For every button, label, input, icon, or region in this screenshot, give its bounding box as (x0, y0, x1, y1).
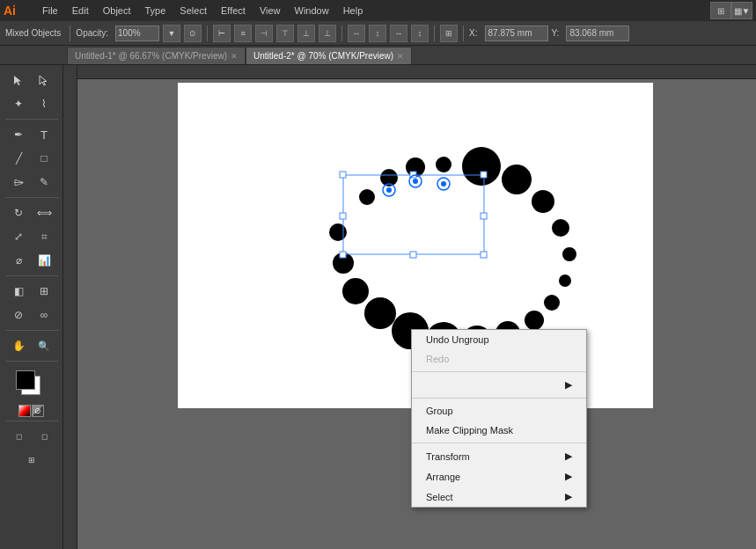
blend-tool[interactable]: ∞ (32, 304, 56, 326)
opacity-options-icon[interactable]: ▼ (163, 25, 180, 42)
scale-tool[interactable]: ⤢ (6, 225, 31, 248)
svg-point-12 (364, 297, 396, 329)
graph-tool[interactable]: 📊 (32, 249, 56, 272)
main-area: ✦ ⌇ ✒ T ╱ □ ⌲ ✎ ↻ ⟺ ⤢ ⌗ ⌀ 📊 ◧ (0, 65, 756, 549)
artboard-tool[interactable]: ⊞ (19, 449, 44, 472)
warp-tool[interactable]: ⌀ (6, 249, 31, 272)
svg-rect-24 (340, 213, 346, 219)
y-input[interactable] (566, 26, 629, 41)
menu-effect[interactable]: Effect (214, 4, 253, 18)
svg-point-30 (386, 187, 392, 193)
screen-mode-icon[interactable]: ◻ (6, 425, 31, 448)
dist-v2-icon[interactable]: ↕ (411, 25, 429, 42)
zoom-tool[interactable]: 🔍 (32, 334, 56, 357)
paintbrush-tool[interactable]: ⌲ (6, 171, 31, 194)
svg-point-1 (502, 165, 532, 194)
menu-help[interactable]: Help (336, 4, 371, 18)
menu-view[interactable]: View (253, 4, 288, 18)
opacity-input[interactable] (115, 26, 159, 41)
align-right-icon[interactable]: ⊣ (255, 25, 273, 42)
ctx-arrange[interactable]: Arrange ▶ (412, 466, 586, 487)
svg-point-6 (544, 295, 560, 311)
arrange-icon[interactable]: ⊞ (710, 2, 731, 19)
type-tool[interactable]: T (32, 123, 56, 146)
tab-untitled2[interactable]: Untitled-2* @ 70% (CMYK/Preview) ✕ (246, 47, 412, 64)
app-logo: Ai (4, 4, 28, 18)
global-style-icon[interactable]: ⊙ (184, 25, 202, 42)
canvas-area[interactable]: Undo Ungroup Redo ▶ Group Make Clipping … (63, 65, 756, 549)
properties-toolbar: Mixed Objects Opacity: ▼ ⊙ ⊢ ≡ ⊣ ⊤ ⊥ ⊥ ↔… (0, 21, 756, 46)
hand-tool[interactable]: ✋ (6, 334, 31, 357)
ctx-transform[interactable]: Transform ▶ (412, 446, 586, 466)
reflect-tool[interactable]: ⟺ (32, 201, 56, 224)
color-boxes (14, 369, 49, 397)
ctx-sep-3 (412, 443, 586, 443)
ctx-select[interactable]: Select ▶ (412, 487, 586, 507)
svg-rect-27 (410, 252, 416, 258)
tab-untitled1[interactable]: Untitled-1* @ 66.67% (CMYK/Preview) ✕ (67, 47, 246, 64)
eyedropper-tool[interactable]: ⊘ (6, 304, 31, 326)
shear-tool[interactable]: ⌗ (32, 225, 56, 248)
ctx-undo-ungroup[interactable]: Undo Ungroup (412, 330, 586, 349)
pen-tool[interactable]: ✒ (6, 123, 31, 146)
align-center-h-icon[interactable]: ≡ (234, 25, 252, 42)
align-left-icon[interactable]: ⊢ (213, 25, 231, 42)
line-tool[interactable]: ╱ (6, 147, 31, 170)
ruler-left (63, 65, 77, 549)
ruler-top (63, 65, 756, 79)
menu-object[interactable]: Object (96, 4, 138, 18)
svg-point-16 (359, 189, 375, 205)
lasso-tool[interactable]: ⌇ (32, 92, 56, 115)
object-type-label: Mixed Objects (5, 28, 61, 38)
svg-point-7 (525, 311, 544, 330)
tab-close-1[interactable]: ✕ (231, 52, 238, 61)
color-mode-icon[interactable] (18, 405, 31, 417)
rotate-tool[interactable]: ↻ (6, 201, 31, 224)
opacity-label: Opacity: (76, 28, 108, 38)
svg-rect-28 (481, 252, 487, 258)
x-input[interactable] (485, 26, 548, 41)
svg-point-4 (562, 247, 576, 261)
fill-color-box[interactable] (16, 370, 35, 390)
pencil-tool[interactable]: ✎ (32, 171, 56, 194)
dist-h2-icon[interactable]: ↔ (390, 25, 407, 42)
menu-bar: Ai File Edit Object Type Select Effect V… (0, 0, 756, 21)
align-bottom-icon[interactable]: ⊥ (319, 25, 336, 42)
x-label: X: (469, 28, 477, 38)
dist-v-icon[interactable]: ↕ (369, 25, 386, 42)
align-center-v-icon[interactable]: ⊥ (297, 25, 315, 42)
ctx-make-clipping-mask[interactable]: Make Clipping Mask (412, 421, 586, 440)
svg-rect-26 (340, 252, 346, 258)
transform-icon[interactable]: ⊞ (440, 25, 458, 42)
menu-select[interactable]: Select (172, 4, 214, 18)
svg-point-5 (559, 274, 571, 287)
gradient-tool[interactable]: ◧ (6, 280, 31, 303)
direct-selection-tool[interactable] (32, 69, 56, 92)
none-color-icon[interactable]: ⊘ (32, 405, 44, 417)
menu-edit[interactable]: Edit (65, 4, 96, 18)
menu-window[interactable]: Window (288, 4, 336, 18)
ctx-group[interactable]: Group (412, 401, 586, 421)
menu-type[interactable]: Type (138, 4, 173, 18)
svg-rect-23 (481, 172, 487, 178)
magic-wand-tool[interactable]: ✦ (6, 92, 31, 115)
dist-h-icon[interactable]: ↔ (348, 25, 365, 42)
svg-point-2 (532, 190, 554, 213)
document-tabs: Untitled-1* @ 66.67% (CMYK/Preview) ✕ Un… (0, 46, 756, 65)
align-top-icon[interactable]: ⊤ (276, 25, 294, 42)
view-options-icon[interactable]: ▦▼ (731, 2, 752, 19)
ctx-sep-2 (412, 398, 586, 399)
svg-point-32 (413, 179, 418, 184)
ctx-perspective[interactable]: ▶ (412, 375, 586, 395)
svg-point-19 (436, 157, 451, 172)
tools-panel: ✦ ⌇ ✒ T ╱ □ ⌲ ✎ ↻ ⟺ ⤢ ⌗ ⌀ 📊 ◧ (0, 65, 63, 549)
mesh-tool[interactable]: ⊞ (32, 280, 56, 303)
svg-point-3 (552, 219, 569, 237)
draw-inside-icon[interactable]: ◻ (32, 425, 56, 448)
tab-close-2[interactable]: ✕ (397, 52, 404, 61)
shape-tool[interactable]: □ (32, 147, 56, 170)
svg-rect-21 (340, 172, 346, 178)
menu-file[interactable]: File (35, 4, 65, 18)
ctx-redo: Redo (412, 349, 586, 369)
selection-tool[interactable] (6, 69, 31, 92)
